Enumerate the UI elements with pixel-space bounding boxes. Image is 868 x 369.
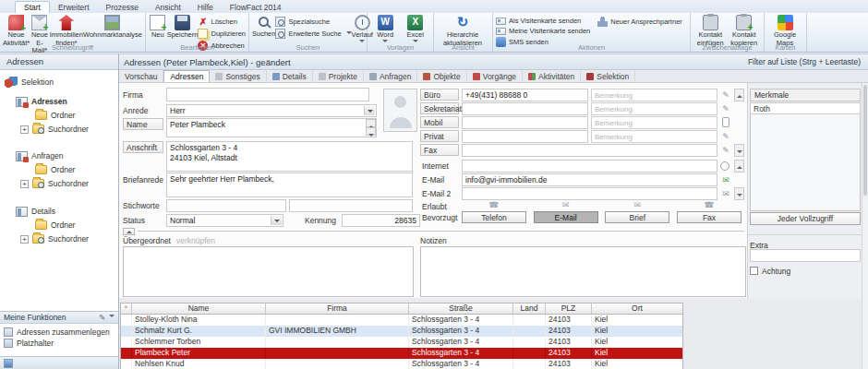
extra-field[interactable] bbox=[750, 249, 861, 262]
tab-vorschau[interactable]: Vorschau bbox=[119, 70, 163, 82]
tab-sonstiges[interactable]: Sonstiges bbox=[210, 70, 266, 82]
copy-contact-button[interactable]: Kontakt kopieren bbox=[728, 14, 762, 47]
ribbon-tab-erweitert[interactable]: Erweitert bbox=[50, 2, 98, 13]
search-button[interactable]: Suchen bbox=[252, 14, 275, 39]
name-field[interactable]: Peter Plambeck bbox=[166, 118, 377, 137]
buero-field[interactable]: +49(431) 88688 0 bbox=[462, 89, 588, 101]
sidebar-node-details[interactable]: Details bbox=[16, 205, 55, 218]
column-header-firma[interactable]: Firma bbox=[266, 304, 409, 315]
buero-label[interactable]: Büro bbox=[420, 89, 459, 101]
status-select[interactable]: Normal bbox=[166, 214, 283, 227]
sidebar-node-anfragen-ordner[interactable]: Ordner bbox=[35, 163, 75, 176]
send-email-icon[interactable]: ✉ bbox=[720, 174, 731, 185]
notizen-box[interactable] bbox=[420, 246, 746, 297]
sidebar-node-adressen-ordner[interactable]: Ordner bbox=[35, 109, 75, 122]
preferred-fax-button[interactable]: Fax bbox=[677, 211, 741, 223]
preferred-brief-button[interactable]: Brief bbox=[605, 211, 669, 223]
phone-block-scroll-up[interactable] bbox=[734, 89, 744, 101]
anschrift-field[interactable]: Schlossgarten 3 - 4 24103 Kiel, Altstadt bbox=[166, 141, 413, 172]
web-block-scroll-up[interactable] bbox=[734, 160, 744, 173]
duplicate-button[interactable]: Duplizieren bbox=[198, 29, 246, 39]
advanced-search-button[interactable]: Erweiterte Suche bbox=[275, 29, 351, 39]
sidebar-node-anfragen-suchordner[interactable]: + Suchordner bbox=[20, 177, 89, 190]
briefanrede-field[interactable]: Sehr geehrter Herr Plambeck, bbox=[166, 173, 413, 197]
column-header-strasse[interactable]: Straße bbox=[409, 304, 513, 315]
special-search-button[interactable]: Spezialsuche bbox=[275, 17, 351, 27]
sidebar-bottom-panel[interactable] bbox=[0, 356, 118, 369]
allow-letter-icon[interactable]: ✉ bbox=[606, 200, 670, 210]
privat-field[interactable] bbox=[462, 130, 588, 143]
mobil-label[interactable]: Mobil bbox=[420, 116, 459, 128]
sidebar-node-adressen[interactable]: Adressen bbox=[16, 95, 67, 108]
tab-aktivitaeten[interactable]: Aktivitäten bbox=[523, 70, 581, 82]
wohnmarktanalyse-button[interactable]: Wohnmarktanalyse bbox=[83, 14, 142, 40]
kennung-field[interactable]: 28635 bbox=[342, 214, 420, 227]
sekretariat-bemerkung-field[interactable] bbox=[591, 102, 717, 115]
firma-field[interactable] bbox=[166, 88, 369, 101]
table-row[interactable]: Schmalz Kurt G. GVI IMMOBILIEN GMBH Schl… bbox=[121, 326, 682, 337]
merkmale-list[interactable]: Roth bbox=[750, 102, 861, 211]
stichwort-field-2[interactable] bbox=[289, 199, 413, 212]
new-activity-button[interactable]: Neue Aktivität* bbox=[3, 14, 30, 47]
tab-details[interactable]: Details bbox=[267, 70, 313, 82]
pencil-icon[interactable]: ✎ bbox=[99, 313, 105, 322]
ribbon-tab-flowfact[interactable]: FlowFact 2014 bbox=[222, 2, 290, 13]
vollzugriff-button[interactable]: Jeder Vollzugriff bbox=[750, 212, 861, 225]
anrede-select[interactable]: Herr bbox=[166, 104, 377, 117]
allow-fax-icon[interactable]: ☎ bbox=[677, 200, 741, 210]
preferred-email-button[interactable]: E-Mail bbox=[534, 211, 598, 223]
find-property-button[interactable]: Immobilien finden* bbox=[50, 14, 83, 47]
phone-dial-icon[interactable]: ✎ bbox=[720, 89, 731, 101]
phone-dial-icon[interactable]: ✎ bbox=[720, 103, 731, 114]
placeholder-item[interactable]: Platzhalter bbox=[4, 337, 54, 350]
table-row[interactable]: Schlemmer Torben Schlossgarten 3 - 4 241… bbox=[121, 337, 682, 348]
phone-dial-icon[interactable]: ✎ bbox=[720, 131, 731, 142]
ribbon-tab-start[interactable]: Start bbox=[15, 1, 50, 13]
email-field[interactable]: info@gvi-immobilien.de bbox=[462, 173, 717, 186]
achtung-checkbox-row[interactable]: Achtung bbox=[750, 267, 790, 276]
table-corner-header[interactable]: * bbox=[121, 304, 132, 315]
send-vcard-button[interactable]: Als Visitenkarte senden bbox=[496, 17, 590, 25]
fax-field[interactable] bbox=[462, 144, 717, 157]
column-header-land[interactable]: Land bbox=[513, 304, 546, 315]
tab-anfragen[interactable]: Anfragen bbox=[364, 70, 418, 82]
name-scroll-down[interactable] bbox=[366, 127, 376, 136]
table-row[interactable]: Nehlsen Knud Schlossgarten 3 - 4 24103 K… bbox=[121, 359, 682, 369]
delete-button[interactable]: ✗ Löschen bbox=[198, 17, 246, 27]
allow-phone-icon[interactable]: ☎ bbox=[462, 200, 526, 210]
buero-bemerkung-field[interactable] bbox=[591, 89, 717, 101]
achtung-checkbox[interactable] bbox=[750, 267, 758, 275]
column-header-name[interactable]: Name bbox=[132, 304, 266, 315]
expand-plus-icon[interactable]: + bbox=[20, 125, 29, 134]
paste-contact-button[interactable]: Kontakt einfügen bbox=[693, 14, 728, 47]
table-row[interactable]: Stolley-Kloth Nina Schlossgarten 3 - 4 2… bbox=[121, 315, 682, 326]
email2-field[interactable] bbox=[462, 187, 717, 200]
ribbon-tab-hilfe[interactable]: Hilfe bbox=[189, 2, 222, 13]
fax-icon[interactable]: ✎ bbox=[720, 145, 731, 156]
mobil-bemerkung-field[interactable] bbox=[591, 116, 717, 129]
tab-vorgaenge[interactable]: Vorgänge bbox=[467, 70, 523, 82]
new-record-button[interactable]: Neu bbox=[149, 14, 167, 40]
sekretariat-field[interactable] bbox=[462, 102, 588, 115]
name-label[interactable]: Name bbox=[123, 118, 163, 130]
name-scroll-up[interactable] bbox=[366, 119, 376, 127]
sidebar-item-selektion[interactable]: Selektion bbox=[5, 76, 54, 89]
send-my-vcard-button[interactable]: Meine Visitenkarte senden bbox=[496, 27, 590, 35]
vertical-scrollbar[interactable] bbox=[862, 83, 868, 369]
expand-plus-icon[interactable]: + bbox=[20, 235, 29, 244]
sekretariat-label[interactable]: Sekretariat bbox=[420, 102, 459, 114]
table-row-selected[interactable]: Plambeck Peter Schlossgarten 3 - 4 24103… bbox=[121, 348, 682, 359]
fax-label[interactable]: Fax bbox=[420, 144, 459, 156]
allow-email-icon[interactable]: ✉ bbox=[534, 200, 598, 210]
expand-plus-icon[interactable]: + bbox=[20, 180, 29, 188]
send-email-icon[interactable]: ✉ bbox=[720, 188, 731, 199]
anschrift-label[interactable]: Anschrift bbox=[123, 141, 163, 153]
mobil-field[interactable] bbox=[462, 116, 588, 129]
privat-label[interactable]: Privat bbox=[420, 130, 459, 142]
word-button[interactable]: W Word bbox=[370, 14, 401, 45]
tab-selektion[interactable]: Selektion bbox=[581, 70, 635, 82]
save-button[interactable]: Speichern bbox=[167, 14, 199, 40]
sidebar-node-details-ordner[interactable]: Ordner bbox=[35, 219, 75, 232]
stichwort-field-1[interactable] bbox=[166, 199, 286, 212]
my-functions-header[interactable]: Meine Funktionen ✎ bbox=[0, 311, 118, 324]
